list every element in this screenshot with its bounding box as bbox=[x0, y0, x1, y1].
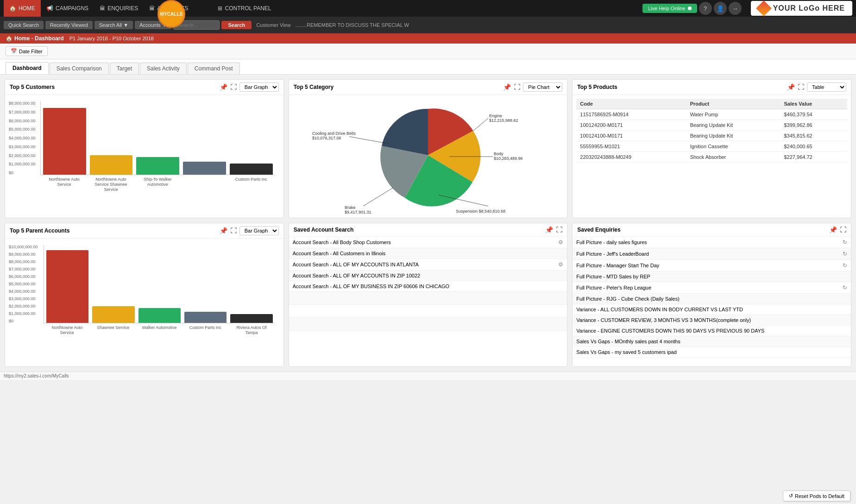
table-row[interactable]: 55559955-M1021 Ignition Cassette $240,00… bbox=[576, 141, 847, 152]
search-all-dropdown[interactable]: Search All ▼ bbox=[94, 21, 133, 29]
expand-icon-parent[interactable]: ⛶ bbox=[230, 227, 237, 234]
pin-icon-sa[interactable]: 📌 bbox=[545, 226, 553, 233]
list-item[interactable]: Variance - ALL CUSTOMERS DOWN IN BODY CU… bbox=[573, 304, 851, 315]
products-table: Code Product Sales Value 11517586925-M09… bbox=[576, 99, 847, 163]
pod-top5-category-body: Engine $12,215,988.62 Body $10,283,489.9… bbox=[289, 95, 567, 217]
chart-type-select-category[interactable]: Pie Chart Bar Graph Table bbox=[523, 82, 562, 92]
engine-value-text: $12,215,988.62 bbox=[489, 118, 518, 123]
main-content: Top 5 Customers 📌 ⛶ Bar Graph Pie Chart … bbox=[0, 75, 856, 372]
table-row[interactable]: 220320243888-M0249 Shock Absorber $227,9… bbox=[576, 152, 847, 163]
tab-sales-activity[interactable]: Sales Activity bbox=[140, 63, 187, 74]
quick-search-button[interactable]: Quick Search bbox=[4, 21, 44, 29]
search-button[interactable]: Search bbox=[221, 21, 252, 29]
list-item[interactable]: Full Picture - Jeff's LeaderBoard ↻ bbox=[573, 248, 851, 260]
list-item-empty bbox=[289, 292, 567, 305]
tab-target[interactable]: Target bbox=[110, 63, 139, 74]
engine-label-line bbox=[473, 118, 489, 131]
nav-campaigns[interactable]: 📢 CAMPAIGNS bbox=[41, 0, 94, 17]
marquee-text: ........REMEMBER TO DISCUSS THE SPECIAL … bbox=[296, 22, 852, 28]
bar-2 bbox=[136, 157, 179, 175]
cooling-value: $10,076,317.06 bbox=[312, 136, 341, 140]
list-item-empty-2 bbox=[289, 305, 567, 318]
list-item[interactable]: Account Search - ALL OF MY ACCOUNTS IN A… bbox=[289, 259, 567, 271]
status-url: https://my2.sales-i.com/MyCalls bbox=[4, 373, 69, 378]
pod-saved-enquiries-title: Saved Enquiries bbox=[577, 227, 620, 233]
home-icon: 🏠 bbox=[9, 5, 16, 12]
saved-account-1-text: Account Search - All Customers in Illino… bbox=[293, 251, 386, 256]
list-item[interactable]: Full Picture - MTD Sales by REP bbox=[573, 271, 851, 282]
logout-icon-button[interactable]: → bbox=[729, 2, 742, 15]
chart-type-select-parent[interactable]: Bar Graph Pie Chart Table bbox=[239, 226, 279, 235]
bar-3 bbox=[183, 162, 226, 175]
y-label-4m: $4,000,000.00 bbox=[9, 136, 36, 140]
customer-view-link[interactable]: Customer View bbox=[253, 22, 293, 28]
list-item[interactable]: Sales Vs Gaps - MOnthly sales past 4 mon… bbox=[573, 336, 851, 347]
bar-p-2 bbox=[138, 308, 181, 323]
pin-icon-cat[interactable]: 📌 bbox=[503, 83, 511, 91]
pod-top5-parent-body: $10,000,000.00 $9,000,000.00 $8,000,000.… bbox=[5, 239, 283, 366]
list-item[interactable]: Full Picture - daily sales figures ↻ bbox=[573, 237, 851, 248]
y-label-7m: $7,000,000.00 bbox=[9, 110, 36, 114]
mycalls-badge[interactable]: MYCALLS bbox=[157, 0, 185, 28]
cell-code-3: 55559955-M1021 bbox=[576, 141, 686, 152]
nav-control-panel-label: CONTROL PANEL bbox=[225, 5, 271, 12]
refresh-icon-0[interactable]: ↻ bbox=[843, 239, 847, 246]
live-help-button[interactable]: Live Help Online bbox=[642, 4, 697, 13]
enq-2-text: Full Picture - Manager Start The Day bbox=[576, 263, 659, 268]
bar-item-2 bbox=[136, 157, 179, 175]
list-item[interactable]: Account Search - All Customers in Illino… bbox=[289, 248, 567, 259]
breadcrumb-bar: 🏠 Home - Dashboard P1 January 2018 - P10… bbox=[0, 33, 856, 44]
list-item[interactable]: Sales Vs Gaps - my saved 5 customers ipa… bbox=[573, 347, 851, 358]
user-icon-button[interactable]: 👤 bbox=[714, 2, 727, 15]
pod-saved-acc-icons: 📌 ⛶ bbox=[545, 226, 562, 233]
list-item[interactable]: Variance - CUSTOMER REVIEW, 3 MONTHS VS … bbox=[573, 315, 851, 326]
expand-icon-prod[interactable]: ⛶ bbox=[798, 83, 804, 91]
x-p-label-0: Northtowne Auto Service bbox=[46, 325, 88, 344]
refresh-icon-4[interactable]: ↻ bbox=[843, 284, 847, 291]
nav-enquiries[interactable]: 🏛 ENQUIRIES bbox=[94, 0, 144, 17]
refresh-icon-1[interactable]: ↻ bbox=[843, 251, 847, 257]
tab-dashboard[interactable]: Dashboard bbox=[6, 62, 49, 74]
table-row[interactable]: 100124200-M0171 Bearing Update Kit $399,… bbox=[576, 120, 847, 131]
list-item[interactable]: Full Picture - Peter's Rep League ↻ bbox=[573, 282, 851, 294]
list-item[interactable]: Account Search - ALL OF MY ACCOUNTS IN Z… bbox=[289, 271, 567, 281]
pin-icon[interactable]: 📌 bbox=[220, 83, 227, 91]
enq-0-text: Full Picture - daily sales figures bbox=[576, 239, 647, 245]
table-row[interactable]: 11517586925-M0914 Water Pump $460,379.54 bbox=[576, 109, 847, 120]
pin-icon-se[interactable]: 📌 bbox=[829, 226, 837, 233]
tab-sales-comparison[interactable]: Sales Comparison bbox=[50, 63, 109, 74]
pod-top5-category: Top 5 Category 📌 ⛶ Pie Chart Bar Graph T… bbox=[289, 79, 568, 218]
expand-icon-se[interactable]: ⛶ bbox=[840, 226, 846, 233]
pin-icon-parent[interactable]: 📌 bbox=[220, 227, 227, 234]
bar-item-1 bbox=[90, 155, 133, 175]
date-filter-label: Date Filter bbox=[19, 49, 43, 54]
y-label-p-4m: $4,000,000.00 bbox=[9, 289, 38, 294]
list-item[interactable]: Full Picture - Manager Start The Day ↻ bbox=[573, 260, 851, 271]
y-label-p-10m: $10,000,000.00 bbox=[9, 245, 38, 249]
expand-icon-cat[interactable]: ⛶ bbox=[514, 83, 520, 91]
chart-type-select-customers[interactable]: Bar Graph Pie Chart Table bbox=[239, 82, 279, 92]
list-item[interactable]: Account Search - ALL OF MY BUSINESS IN Z… bbox=[289, 281, 567, 292]
tab-command-post[interactable]: Command Post bbox=[188, 63, 240, 74]
date-filter-button[interactable]: 📅 Date Filter bbox=[6, 46, 48, 56]
gear-icon-2[interactable]: ⚙ bbox=[558, 261, 563, 268]
help-icon-button[interactable]: ? bbox=[699, 2, 712, 15]
enq-4-text: Full Picture - Peter's Rep League bbox=[576, 285, 651, 290]
recently-viewed-button[interactable]: Recently Viewed bbox=[45, 21, 93, 29]
chart-type-select-products[interactable]: Table Bar Graph Pie Chart bbox=[807, 82, 846, 92]
expand-icon[interactable]: ⛶ bbox=[230, 83, 237, 91]
list-item[interactable]: Full Picture - RJG - Cube Check (Daily S… bbox=[573, 294, 851, 304]
nav-home[interactable]: 🏠 HOME bbox=[4, 0, 41, 17]
breadcrumb-date-range: P1 January 2018 - P10 October 2018 bbox=[69, 36, 154, 41]
y-label-0: $0 bbox=[9, 170, 36, 175]
nav-control-panel[interactable]: ⊞ CONTROL PANEL bbox=[212, 0, 277, 17]
table-row[interactable]: 100124100-M0171 Bearing Update Kit $345,… bbox=[576, 131, 847, 141]
pin-icon-prod[interactable]: 📌 bbox=[787, 83, 795, 91]
refresh-icon-2[interactable]: ↻ bbox=[843, 262, 847, 269]
pod-saved-enquiries-header: Saved Enquiries 📌 ⛶ bbox=[573, 223, 851, 237]
list-item[interactable]: Account Search - All Body Shop Customers… bbox=[289, 237, 567, 248]
list-item[interactable]: Variance - ENGINE CUSTOMERS DOWN THIS 90… bbox=[573, 326, 851, 336]
expand-icon-sa[interactable]: ⛶ bbox=[556, 226, 562, 233]
gear-icon[interactable]: ⚙ bbox=[558, 239, 563, 246]
cell-code-2: 100124100-M0171 bbox=[576, 131, 686, 141]
